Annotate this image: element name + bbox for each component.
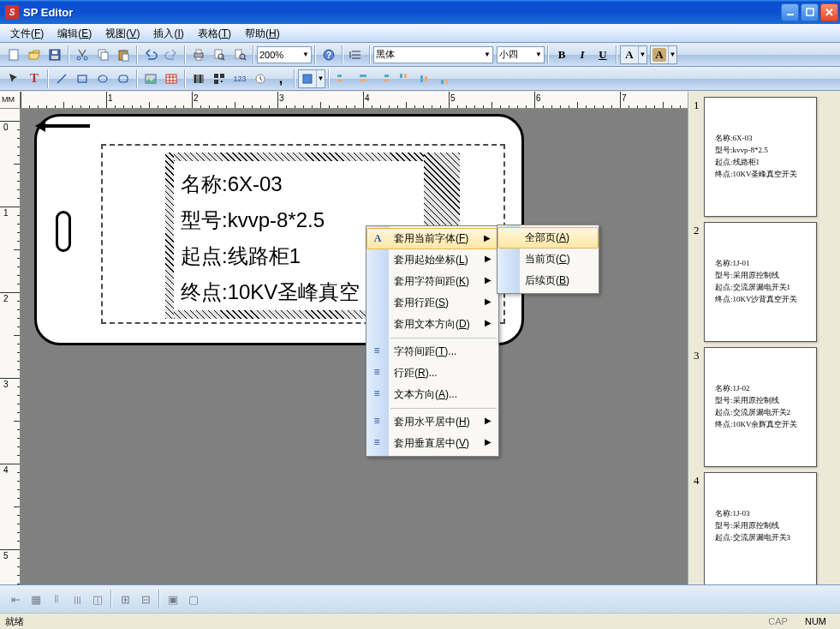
bold-button[interactable]: B <box>552 45 571 64</box>
minimize-button[interactable] <box>781 3 799 21</box>
bring-front-icon[interactable]: ▣ <box>164 590 182 608</box>
fill-color-tool[interactable]: ▼ <box>298 69 325 88</box>
copy-button[interactable] <box>93 45 112 64</box>
menu-f[interactable]: 文件(F) <box>3 24 51 42</box>
align-bottom-button[interactable] <box>436 69 455 88</box>
pointer-tool[interactable] <box>4 69 23 88</box>
thumbnail-row[interactable]: 1名称:6X-03型号:kvvp-8*2.5起点:线路柜1终点:10KV圣峰真空… <box>688 92 840 217</box>
ctx-item-1[interactable]: 套用起始坐标(L)▶ <box>366 249 498 271</box>
text-tool[interactable]: T <box>25 69 44 88</box>
context-submenu[interactable]: 全部页(A)当前页(C)后续页(B) <box>497 225 599 294</box>
thumbnail-panel[interactable]: 1名称:6X-03型号:kvvp-8*2.5起点:线路柜1终点:10KV圣峰真空… <box>688 92 840 584</box>
barcode-tool[interactable] <box>189 69 208 88</box>
maximize-button[interactable] <box>801 3 819 21</box>
ctx-sub-item-0[interactable]: 全部页(A) <box>497 227 599 249</box>
font-color-button[interactable]: A▼ <box>620 45 647 64</box>
font-size-value[interactable] <box>499 50 533 60</box>
thumbnail-row[interactable]: 2名称:1J-01型号:采用原控制线起点:交流屏漏电开关1终点:10KV沙背真空… <box>688 217 840 342</box>
thumbnail-card[interactable]: 名称:1J-03型号:采用原控制线起点:交流屏漏电开关3 <box>704 472 817 584</box>
menu-v[interactable]: 视图(V) <box>98 24 146 42</box>
selection-handle-top[interactable] <box>174 153 424 161</box>
print-button[interactable] <box>189 45 208 64</box>
comma-tool[interactable]: , <box>271 69 290 88</box>
open-button[interactable] <box>25 45 44 64</box>
status-text: 就绪 <box>5 615 24 628</box>
group-icon[interactable]: ◫ <box>88 590 107 608</box>
ellipse-tool[interactable] <box>93 69 112 88</box>
nav-first-icon[interactable]: ⇤ <box>6 590 25 608</box>
ruler-corner: MM <box>0 92 21 109</box>
line-tool[interactable] <box>52 69 71 88</box>
align-right-button[interactable] <box>374 69 393 88</box>
page-setup-button[interactable] <box>230 45 249 64</box>
align-top-button[interactable] <box>395 69 414 88</box>
zoom-in-icon[interactable]: ⊞ <box>116 590 134 608</box>
align-middle-v-button[interactable] <box>415 69 434 88</box>
rounded-rect-tool[interactable] <box>114 69 133 88</box>
zoom-combo[interactable]: ▼ <box>257 46 312 63</box>
underline-button[interactable]: U <box>593 45 612 64</box>
image-tool[interactable] <box>141 69 160 88</box>
ctx-item-2[interactable]: 套用字符间距(K)▶ <box>366 271 498 292</box>
menu-e[interactable]: 编辑(E) <box>51 24 98 42</box>
thumbnail-row[interactable]: 3名称:1J-02型号:采用原控制线起点:交流屏漏电开关2终点:10KV余辉真空… <box>688 342 840 467</box>
line-spacing-button[interactable] <box>347 45 366 64</box>
thumbnail-card[interactable]: 名称:6X-03型号:kvvp-8*2.5起点:线路柜1终点:10KV圣峰真空开… <box>704 97 817 217</box>
ctx-item-0[interactable]: A套用当前字体(F)▶ <box>366 228 498 249</box>
zoom-out-icon[interactable]: ⊟ <box>136 590 155 608</box>
close-button[interactable]: ✕ <box>820 3 838 21</box>
font-size-combo[interactable]: ▼ <box>497 46 545 63</box>
selection-handle-left[interactable] <box>165 153 174 319</box>
send-back-icon[interactable]: ▢ <box>184 590 203 608</box>
thumbnail-number: 1 <box>694 97 704 217</box>
font-name-combo[interactable]: ▼ <box>373 46 493 63</box>
dist-h-icon[interactable]: ⫴ <box>47 590 66 608</box>
svg-rect-22 <box>78 75 86 82</box>
counter-tool[interactable]: 123 <box>230 69 249 88</box>
print-preview-button[interactable] <box>210 45 229 64</box>
ctx-item-11[interactable]: ≡套用垂直居中(V)▶ <box>366 433 498 454</box>
thumbnail-row[interactable]: 4名称:1J-03型号:采用原控制线起点:交流屏漏电开关3 <box>688 467 840 584</box>
title-bar: S SP Editor ✕ <box>0 0 840 24</box>
redo-button[interactable] <box>162 45 181 64</box>
canvas[interactable]: 名称:6X-03 型号:kvvp-8*2.5 起点:线路柜1 终点:10KV圣峰… <box>21 109 688 584</box>
dist-v-icon[interactable]: ⫼ <box>68 590 86 608</box>
highlight-color-button[interactable]: A▼ <box>650 45 677 64</box>
context-menu[interactable]: A套用当前字体(F)▶套用起始坐标(L)▶套用字符间距(K)▶套用行距(S)▶套… <box>366 225 499 457</box>
ctx-item-4[interactable]: 套用文本方向(D)▶ <box>366 314 498 335</box>
thumbnail-number: 2 <box>694 222 704 342</box>
table-tool[interactable] <box>162 69 181 88</box>
menu-t[interactable]: 表格(T) <box>191 24 238 42</box>
thumbnail-card[interactable]: 名称:1J-02型号:采用原控制线起点:交流屏漏电开关2终点:10KV余辉真空开… <box>704 347 817 467</box>
align-grid-icon[interactable]: ▦ <box>27 590 45 608</box>
align-left-button[interactable] <box>333 69 352 88</box>
undo-button[interactable] <box>141 45 160 64</box>
menu-h[interactable]: 帮助(H) <box>238 24 287 42</box>
ctx-item-8[interactable]: ≡文本方向(A)... <box>366 384 498 405</box>
ctx-sub-item-2[interactable]: 后续页(B) <box>497 270 599 291</box>
help-button[interactable]: ? <box>319 45 338 64</box>
ctx-sub-item-1[interactable]: 当前页(C) <box>497 249 599 270</box>
cut-button[interactable] <box>73 45 92 64</box>
ctx-item-7[interactable]: ≡行距(R)... <box>366 362 498 384</box>
label-hole <box>56 211 71 252</box>
svg-rect-0 <box>787 14 794 15</box>
time-tool[interactable] <box>251 69 270 88</box>
font-name-value[interactable] <box>376 50 482 60</box>
ctx-item-6[interactable]: ≡字符间距(T)... <box>366 341 498 362</box>
rect-tool[interactable] <box>73 69 92 88</box>
zoom-value[interactable] <box>259 50 301 60</box>
new-button[interactable] <box>4 45 23 64</box>
qrcode-tool[interactable] <box>210 69 229 88</box>
align-center-h-button[interactable] <box>354 69 372 88</box>
svg-rect-40 <box>400 74 402 78</box>
italic-button[interactable]: I <box>573 45 592 64</box>
ctx-item-10[interactable]: ≡套用水平居中(H)▶ <box>366 411 498 433</box>
ctx-item-3[interactable]: 套用行距(S)▶ <box>366 292 498 314</box>
save-button[interactable] <box>45 45 64 64</box>
thumbnail-card[interactable]: 名称:1J-01型号:采用原控制线起点:交流屏漏电开关1终点:10KV沙背真空开… <box>704 222 817 342</box>
paste-button[interactable] <box>114 45 133 64</box>
svg-rect-30 <box>214 80 218 84</box>
svg-rect-15 <box>196 57 201 60</box>
menu-i[interactable]: 插入(I) <box>146 24 190 42</box>
